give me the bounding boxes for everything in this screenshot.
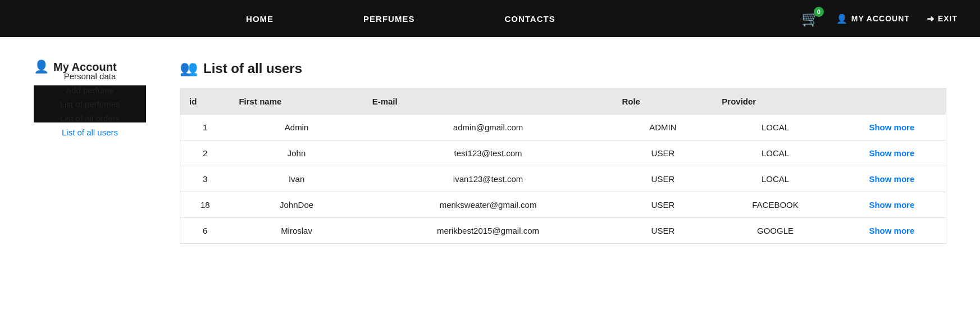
show-more-button[interactable]: Show more: [869, 122, 914, 132]
main-nav: HOME PERFUMES CONTACTS 🛒 0 👤 MY ACCOUNT …: [0, 0, 980, 37]
show-more-button[interactable]: Show more: [869, 174, 914, 184]
page-title: List of all users: [203, 61, 302, 76]
table-row: 6 Miroslav merikbest2015@gmail.com USER …: [180, 218, 946, 244]
col-header-provider: Provider: [713, 89, 837, 115]
my-account-label: MY ACCOUNT: [851, 14, 910, 23]
cell-role: USER: [613, 166, 713, 192]
sidebar-add-perfume[interactable]: Add perfume: [66, 85, 114, 95]
col-header-email: E-mail: [363, 89, 613, 115]
cell-provider: GOOGLE: [713, 218, 837, 244]
cell-provider: LOCAL: [713, 166, 837, 192]
cell-action: Show more: [838, 218, 946, 244]
cell-provider: LOCAL: [713, 115, 837, 140]
person-icon: 👤: [34, 60, 49, 74]
cell-id: 1: [180, 115, 230, 140]
sidebar-list-orders[interactable]: List of all orders: [60, 113, 120, 123]
header-row: id First name E-mail Role Provider: [180, 89, 946, 115]
cell-role: USER: [613, 140, 713, 166]
cell-id: 6: [180, 218, 230, 244]
table-row: 3 Ivan ivan123@test.com USER LOCAL Show …: [180, 166, 946, 192]
cell-role: ADMIN: [613, 115, 713, 140]
section-title: 👥 List of all users: [180, 60, 946, 77]
exit-link[interactable]: ➜ EXIT: [927, 13, 958, 24]
col-header-action: [838, 89, 946, 115]
users-table: id First name E-mail Role Provider 1 Adm…: [180, 88, 946, 244]
cell-firstname: John: [230, 140, 363, 166]
col-header-firstname: First name: [230, 89, 363, 115]
table-row: 1 Admin admin@gmail.com ADMIN LOCAL Show…: [180, 115, 946, 140]
sidebar: 👤 My Account Personal data Add perfume L…: [34, 60, 146, 244]
nav-home[interactable]: HOME: [201, 14, 318, 24]
cell-email: admin@gmail.com: [363, 115, 613, 140]
sidebar-nav: Personal data Add perfume List of perfum…: [34, 85, 146, 122]
cell-firstname: Miroslav: [230, 218, 363, 244]
nav-perfumes[interactable]: PERFUMES: [318, 14, 459, 24]
cell-role: USER: [613, 218, 713, 244]
nav-left: HOME PERFUMES CONTACTS: [0, 14, 801, 24]
my-account-link[interactable]: 👤 MY ACCOUNT: [836, 13, 910, 24]
table-row: 18 JohnDoe meriksweater@gmail.com USER F…: [180, 192, 946, 218]
nav-contacts[interactable]: CONTACTS: [459, 14, 600, 24]
show-more-button[interactable]: Show more: [869, 226, 914, 235]
sidebar-list-users[interactable]: List of all users: [62, 128, 118, 137]
sidebar-list-perfumes[interactable]: List of perfumes: [60, 99, 120, 109]
cell-email: meriksweater@gmail.com: [363, 192, 613, 218]
cell-action: Show more: [838, 115, 946, 140]
cart-button[interactable]: 🛒 0: [801, 10, 819, 28]
cell-role: USER: [613, 192, 713, 218]
show-more-button[interactable]: Show more: [869, 148, 914, 158]
cart-badge: 0: [814, 7, 824, 17]
sidebar-personal-data[interactable]: Personal data: [64, 71, 116, 81]
cell-action: Show more: [838, 166, 946, 192]
cell-email: ivan123@test.com: [363, 166, 613, 192]
col-header-id: id: [180, 89, 230, 115]
table-body: 1 Admin admin@gmail.com ADMIN LOCAL Show…: [180, 115, 946, 244]
cell-email: test123@test.com: [363, 140, 613, 166]
cell-action: Show more: [838, 192, 946, 218]
cell-firstname: JohnDoe: [230, 192, 363, 218]
show-more-button[interactable]: Show more: [869, 200, 914, 210]
main-content: 👥 List of all users id First name E-mail…: [180, 60, 946, 244]
cell-id: 2: [180, 140, 230, 166]
cell-id: 3: [180, 166, 230, 192]
table-row: 2 John test123@test.com USER LOCAL Show …: [180, 140, 946, 166]
page-wrapper: 👤 My Account Personal data Add perfume L…: [0, 37, 980, 266]
exit-label: EXIT: [938, 14, 958, 23]
cell-email: merikbest2015@gmail.com: [363, 218, 613, 244]
exit-icon: ➜: [927, 13, 935, 24]
cell-firstname: Admin: [230, 115, 363, 140]
cell-provider: LOCAL: [713, 140, 837, 166]
users-icon: 👥: [180, 60, 198, 77]
col-header-role: Role: [613, 89, 713, 115]
cell-action: Show more: [838, 140, 946, 166]
table-header: id First name E-mail Role Provider: [180, 89, 946, 115]
nav-right: 🛒 0 👤 MY ACCOUNT ➜ EXIT: [801, 10, 980, 28]
cell-id: 18: [180, 192, 230, 218]
cell-provider: FACEBOOK: [713, 192, 837, 218]
account-icon: 👤: [836, 13, 848, 24]
cell-firstname: Ivan: [230, 166, 363, 192]
